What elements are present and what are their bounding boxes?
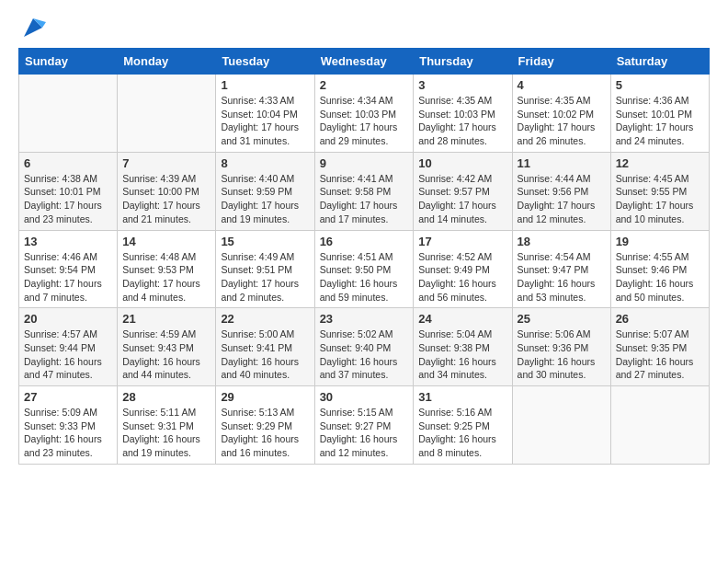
day-info: Sunrise: 5:11 AM Sunset: 9:31 PM Dayligh… xyxy=(122,406,210,460)
calendar-cell xyxy=(19,75,118,153)
calendar-cell: 11Sunrise: 4:44 AM Sunset: 9:56 PM Dayli… xyxy=(512,152,610,230)
day-info: Sunrise: 4:41 AM Sunset: 9:58 PM Dayligh… xyxy=(320,172,409,226)
calendar-weekday-friday: Friday xyxy=(512,49,610,75)
calendar-cell: 21Sunrise: 4:59 AM Sunset: 9:43 PM Dayli… xyxy=(118,308,216,386)
page: SundayMondayTuesdayWednesdayThursdayFrid… xyxy=(0,0,728,479)
day-info: Sunrise: 5:00 AM Sunset: 9:41 PM Dayligh… xyxy=(221,327,309,382)
calendar-header-row: SundayMondayTuesdayWednesdayThursdayFrid… xyxy=(19,49,710,75)
logo-icon xyxy=(20,15,46,40)
calendar-cell: 12Sunrise: 4:45 AM Sunset: 9:55 PM Dayli… xyxy=(610,152,709,230)
day-number: 14 xyxy=(122,235,210,248)
day-info: Sunrise: 4:42 AM Sunset: 9:57 PM Dayligh… xyxy=(418,172,506,226)
day-number: 15 xyxy=(221,235,309,248)
day-number: 9 xyxy=(320,156,409,170)
day-number: 3 xyxy=(418,78,506,92)
calendar-cell: 3Sunrise: 4:35 AM Sunset: 10:03 PM Dayli… xyxy=(414,75,512,153)
calendar-weekday-sunday: Sunday xyxy=(19,49,118,75)
calendar-week-row: 1Sunrise: 4:33 AM Sunset: 10:04 PM Dayli… xyxy=(19,75,710,153)
day-info: Sunrise: 4:38 AM Sunset: 10:01 PM Daylig… xyxy=(24,172,112,226)
day-number: 4 xyxy=(518,78,606,92)
calendar-weekday-saturday: Saturday xyxy=(610,49,709,75)
day-number: 1 xyxy=(221,78,309,92)
day-info: Sunrise: 5:07 AM Sunset: 9:35 PM Dayligh… xyxy=(616,327,704,382)
day-number: 25 xyxy=(518,312,606,326)
calendar-cell: 9Sunrise: 4:41 AM Sunset: 9:58 PM Daylig… xyxy=(314,152,414,230)
day-number: 29 xyxy=(221,390,309,404)
calendar-cell: 16Sunrise: 4:51 AM Sunset: 9:50 PM Dayli… xyxy=(314,230,414,308)
calendar-cell: 14Sunrise: 4:48 AM Sunset: 9:53 PM Dayli… xyxy=(118,230,216,308)
calendar-cell: 10Sunrise: 4:42 AM Sunset: 9:57 PM Dayli… xyxy=(414,152,512,230)
day-info: Sunrise: 4:33 AM Sunset: 10:04 PM Daylig… xyxy=(221,94,309,148)
calendar-cell: 15Sunrise: 4:49 AM Sunset: 9:51 PM Dayli… xyxy=(216,230,314,308)
day-info: Sunrise: 4:48 AM Sunset: 9:53 PM Dayligh… xyxy=(122,250,210,304)
day-info: Sunrise: 5:15 AM Sunset: 9:27 PM Dayligh… xyxy=(320,406,409,460)
day-info: Sunrise: 4:52 AM Sunset: 9:49 PM Dayligh… xyxy=(418,250,506,304)
calendar-week-row: 13Sunrise: 4:46 AM Sunset: 9:54 PM Dayli… xyxy=(19,230,710,308)
day-number: 13 xyxy=(24,235,112,248)
calendar-weekday-thursday: Thursday xyxy=(414,49,512,75)
calendar-cell: 29Sunrise: 5:13 AM Sunset: 9:29 PM Dayli… xyxy=(216,386,314,465)
day-number: 7 xyxy=(122,156,210,170)
day-info: Sunrise: 4:40 AM Sunset: 9:59 PM Dayligh… xyxy=(221,172,309,226)
day-info: Sunrise: 5:04 AM Sunset: 9:38 PM Dayligh… xyxy=(418,327,506,382)
calendar-cell: 20Sunrise: 4:57 AM Sunset: 9:44 PM Dayli… xyxy=(19,308,118,386)
calendar-cell: 8Sunrise: 4:40 AM Sunset: 9:59 PM Daylig… xyxy=(216,152,314,230)
day-info: Sunrise: 4:46 AM Sunset: 9:54 PM Dayligh… xyxy=(24,250,112,304)
day-number: 2 xyxy=(320,78,409,92)
calendar-week-row: 20Sunrise: 4:57 AM Sunset: 9:44 PM Dayli… xyxy=(19,308,710,386)
calendar-cell xyxy=(118,75,216,153)
day-info: Sunrise: 4:51 AM Sunset: 9:50 PM Dayligh… xyxy=(320,250,409,304)
day-info: Sunrise: 4:45 AM Sunset: 9:55 PM Dayligh… xyxy=(616,172,704,226)
day-number: 5 xyxy=(616,78,704,92)
header xyxy=(18,15,710,40)
day-info: Sunrise: 5:16 AM Sunset: 9:25 PM Dayligh… xyxy=(418,406,506,460)
calendar-cell: 19Sunrise: 4:55 AM Sunset: 9:46 PM Dayli… xyxy=(610,230,709,308)
calendar-week-row: 27Sunrise: 5:09 AM Sunset: 9:33 PM Dayli… xyxy=(19,386,710,465)
calendar-cell: 2Sunrise: 4:34 AM Sunset: 10:03 PM Dayli… xyxy=(314,75,414,153)
calendar-cell: 18Sunrise: 4:54 AM Sunset: 9:47 PM Dayli… xyxy=(512,230,610,308)
calendar-table: SundayMondayTuesdayWednesdayThursdayFrid… xyxy=(18,48,710,465)
day-number: 12 xyxy=(616,156,704,170)
calendar-cell: 7Sunrise: 4:39 AM Sunset: 10:00 PM Dayli… xyxy=(118,152,216,230)
calendar-weekday-tuesday: Tuesday xyxy=(216,49,314,75)
day-number: 23 xyxy=(320,312,409,326)
day-info: Sunrise: 4:59 AM Sunset: 9:43 PM Dayligh… xyxy=(122,327,210,382)
day-info: Sunrise: 4:39 AM Sunset: 10:00 PM Daylig… xyxy=(122,172,210,226)
calendar-cell: 13Sunrise: 4:46 AM Sunset: 9:54 PM Dayli… xyxy=(19,230,118,308)
day-info: Sunrise: 4:44 AM Sunset: 9:56 PM Dayligh… xyxy=(518,172,606,226)
day-info: Sunrise: 4:55 AM Sunset: 9:46 PM Dayligh… xyxy=(616,250,704,304)
calendar-weekday-wednesday: Wednesday xyxy=(314,49,414,75)
day-number: 19 xyxy=(616,235,704,248)
day-number: 21 xyxy=(122,312,210,326)
day-number: 11 xyxy=(518,156,606,170)
calendar-cell: 31Sunrise: 5:16 AM Sunset: 9:25 PM Dayli… xyxy=(414,386,512,465)
calendar-cell: 25Sunrise: 5:06 AM Sunset: 9:36 PM Dayli… xyxy=(512,308,610,386)
calendar-week-row: 6Sunrise: 4:38 AM Sunset: 10:01 PM Dayli… xyxy=(19,152,710,230)
calendar-cell: 28Sunrise: 5:11 AM Sunset: 9:31 PM Dayli… xyxy=(118,386,216,465)
day-number: 26 xyxy=(616,312,704,326)
day-number: 30 xyxy=(320,390,409,404)
calendar-cell: 24Sunrise: 5:04 AM Sunset: 9:38 PM Dayli… xyxy=(414,308,512,386)
day-number: 20 xyxy=(24,312,112,326)
calendar-cell: 27Sunrise: 5:09 AM Sunset: 9:33 PM Dayli… xyxy=(19,386,118,465)
day-info: Sunrise: 5:02 AM Sunset: 9:40 PM Dayligh… xyxy=(320,327,409,382)
day-number: 16 xyxy=(320,235,409,248)
day-number: 22 xyxy=(221,312,309,326)
calendar-cell: 17Sunrise: 4:52 AM Sunset: 9:49 PM Dayli… xyxy=(414,230,512,308)
calendar-cell: 5Sunrise: 4:36 AM Sunset: 10:01 PM Dayli… xyxy=(610,75,709,153)
day-info: Sunrise: 4:34 AM Sunset: 10:03 PM Daylig… xyxy=(320,94,409,148)
day-number: 18 xyxy=(518,235,606,248)
calendar-cell: 23Sunrise: 5:02 AM Sunset: 9:40 PM Dayli… xyxy=(314,308,414,386)
day-number: 27 xyxy=(24,390,112,404)
day-number: 31 xyxy=(418,390,506,404)
calendar-cell: 1Sunrise: 4:33 AM Sunset: 10:04 PM Dayli… xyxy=(216,75,314,153)
day-number: 17 xyxy=(418,235,506,248)
day-number: 24 xyxy=(418,312,506,326)
day-number: 28 xyxy=(122,390,210,404)
calendar-cell: 6Sunrise: 4:38 AM Sunset: 10:01 PM Dayli… xyxy=(19,152,118,230)
day-number: 6 xyxy=(24,156,112,170)
day-info: Sunrise: 4:57 AM Sunset: 9:44 PM Dayligh… xyxy=(24,327,112,382)
day-info: Sunrise: 5:09 AM Sunset: 9:33 PM Dayligh… xyxy=(24,406,112,460)
day-info: Sunrise: 4:54 AM Sunset: 9:47 PM Dayligh… xyxy=(518,250,606,304)
calendar-cell xyxy=(512,386,610,465)
